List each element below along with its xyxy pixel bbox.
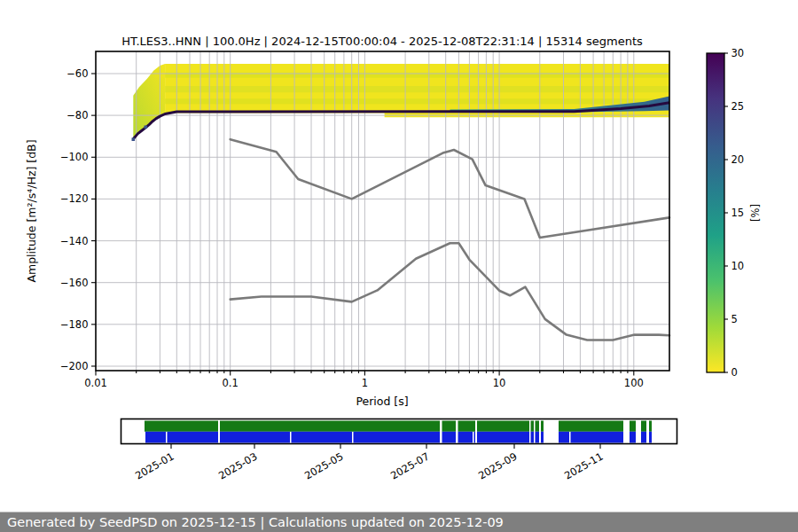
colorbar-tick-label: 20 bbox=[732, 153, 745, 166]
timeline-blue-segment bbox=[442, 432, 457, 443]
timeline-blue-segment bbox=[474, 432, 476, 443]
y-tick-label: −140 bbox=[60, 235, 89, 247]
y-tick-label: −100 bbox=[60, 151, 89, 163]
colorbar-tick-label: 0 bbox=[732, 366, 738, 379]
timeline-green-segment bbox=[559, 421, 623, 432]
colorbar-gradient bbox=[707, 53, 724, 372]
timeline-green-segment bbox=[458, 421, 476, 432]
y-tick-label: −60 bbox=[66, 67, 88, 80]
timeline-blue-segment bbox=[292, 432, 353, 443]
y-tick-label: −160 bbox=[60, 277, 89, 289]
timeline-blue-segment bbox=[220, 432, 290, 443]
y-tick-label: −80 bbox=[66, 109, 88, 121]
timeline-green-segment bbox=[477, 421, 529, 432]
timeline-blue-segment bbox=[641, 432, 646, 443]
ppsd-outlier-bin bbox=[145, 126, 148, 129]
timeline-green-segment bbox=[145, 421, 218, 432]
colorbar-tick-label: 5 bbox=[732, 313, 738, 325]
timeline-blue-segment bbox=[168, 432, 219, 443]
x-axis-label: Period [s] bbox=[356, 395, 408, 408]
timeline-green-segment bbox=[630, 421, 636, 432]
plot-title: HT.LES3..HNN | 100.0Hz | 2024-12-15T00:0… bbox=[121, 35, 643, 48]
timeline-blue-segment bbox=[477, 432, 529, 443]
ppsd-band-stripe bbox=[165, 98, 669, 104]
x-tick-label: 1 bbox=[362, 377, 368, 389]
timeline-blue-segment bbox=[630, 432, 636, 443]
timeline-blue-segment bbox=[531, 432, 535, 443]
y-tick-label: −120 bbox=[60, 192, 89, 205]
ppsd-outlier-bin bbox=[132, 137, 136, 141]
ppsd-band-stripe bbox=[165, 86, 669, 92]
timeline-blue-segment bbox=[145, 432, 166, 443]
timeline-blue-segment bbox=[541, 432, 544, 443]
timeline-blue-segment bbox=[458, 432, 473, 443]
timeline-blue-segment bbox=[649, 432, 652, 443]
y-tick-label: −200 bbox=[60, 360, 89, 372]
timeline-blue-segment bbox=[536, 432, 540, 443]
colorbar-label: [%] bbox=[749, 204, 762, 222]
seedpsd-figure: HT.LES3..HNN | 100.0Hz | 2024-12-15T00:0… bbox=[0, 0, 798, 532]
footer-text: Generated by SeedPSD on 2025-12-15 | Cal… bbox=[7, 515, 504, 530]
timeline-blue-strip bbox=[145, 432, 652, 443]
colorbar-tick-label: 30 bbox=[732, 47, 745, 59]
colorbar-tick-label: 15 bbox=[732, 207, 745, 219]
timeline-blue-segment bbox=[559, 432, 569, 443]
timeline-green-segment bbox=[531, 421, 535, 432]
timeline-blue-segment bbox=[571, 432, 624, 443]
timeline-green-segment bbox=[442, 421, 457, 432]
x-tick-label: 10 bbox=[493, 377, 506, 389]
y-axis-label: Amplitude [m²/s⁴/Hz] [dB] bbox=[25, 139, 38, 282]
colorbar-tick-label: 10 bbox=[732, 260, 745, 272]
x-tick-label: 0.01 bbox=[84, 377, 107, 389]
x-tick-label: 0.1 bbox=[223, 377, 239, 389]
y-tick-label: −180 bbox=[60, 318, 89, 331]
timeline-green-strip bbox=[145, 421, 652, 432]
ppsd-plot-svg: HT.LES3..HNN | 100.0Hz | 2024-12-15T00:0… bbox=[0, 0, 798, 532]
timeline-green-segment bbox=[649, 421, 652, 432]
timeline-green-segment bbox=[541, 421, 544, 432]
timeline-green-segment bbox=[536, 421, 540, 432]
colorbar-tick-label: 25 bbox=[732, 100, 745, 113]
x-tick-label: 100 bbox=[624, 377, 644, 389]
timeline-green-segment bbox=[220, 421, 440, 432]
timeline-green-segment bbox=[641, 421, 646, 432]
timeline-blue-segment bbox=[354, 432, 441, 443]
